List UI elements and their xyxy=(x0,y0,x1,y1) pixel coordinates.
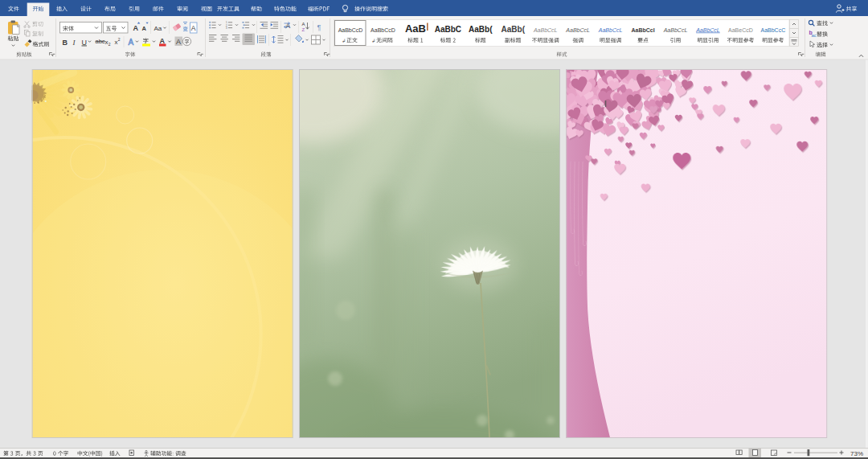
svg-text:AaBb(: AaBb( xyxy=(502,25,526,34)
svg-text:2: 2 xyxy=(118,37,121,42)
svg-text:AaBbCcL: AaBbCcL xyxy=(565,27,590,33)
svg-text:AaBbCcD: AaBbCcD xyxy=(371,27,395,33)
svg-text:U: U xyxy=(82,39,88,47)
svg-text:AaBb(: AaBb( xyxy=(469,25,493,34)
svg-text:A: A xyxy=(176,38,181,46)
svg-text:AaBbCcL: AaBbCcL xyxy=(533,27,558,33)
svg-text:A: A xyxy=(286,22,291,30)
svg-text:Z: Z xyxy=(302,27,305,32)
svg-text:¶: ¶ xyxy=(317,23,321,31)
svg-text:73%: 73% xyxy=(850,450,863,457)
svg-text:AaBbC: AaBbC xyxy=(435,25,461,34)
svg-text:A: A xyxy=(191,24,196,32)
svg-text:AaBbCcI: AaBbCcI xyxy=(631,27,654,33)
svg-text:AaBbCcD: AaBbCcD xyxy=(338,27,363,33)
svg-text:ac: ac xyxy=(812,33,817,38)
svg-text:A: A xyxy=(142,25,147,32)
svg-text:AaBeCcD: AaBeCcD xyxy=(728,27,753,33)
svg-text:A: A xyxy=(129,38,134,47)
svg-text:2: 2 xyxy=(108,42,111,47)
svg-text:↲: ↲ xyxy=(342,39,346,43)
svg-text:AaBbCcL: AaBbCcL xyxy=(695,27,720,33)
svg-text:AaBbCcL: AaBbCcL xyxy=(598,27,623,33)
svg-text:3: 3 xyxy=(226,27,227,30)
svg-text:AaBbCcC: AaBbCcC xyxy=(760,27,785,33)
svg-text:abc: abc xyxy=(96,38,105,45)
svg-text:A: A xyxy=(133,24,139,32)
svg-text:AaB: AaB xyxy=(405,23,426,35)
svg-text:Aa: Aa xyxy=(154,25,162,32)
svg-text:AaBbCcL: AaBbCcL xyxy=(663,27,688,33)
svg-text:B: B xyxy=(63,39,68,47)
svg-text:A: A xyxy=(302,22,305,27)
svg-text:↲: ↲ xyxy=(371,39,375,43)
